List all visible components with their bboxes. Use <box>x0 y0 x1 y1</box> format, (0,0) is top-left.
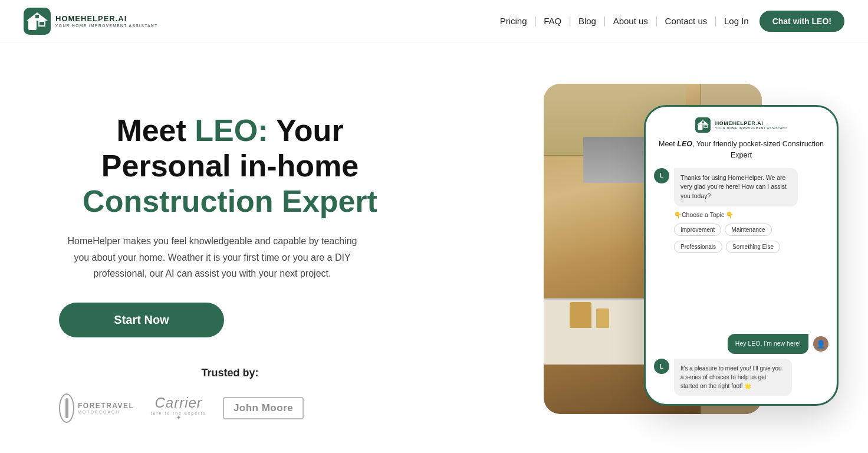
logo[interactable]: HOMEHELPER.AI YOUR HOME IMPROVEMENT ASSI… <box>24 8 158 35</box>
foretravel-logo: FORETRAVEL MOTORCOACH <box>59 393 134 423</box>
nav-blog[interactable]: Blog <box>574 14 601 28</box>
user-avatar: 👤 <box>813 336 828 352</box>
topics-row-1: Improvement Maintenance <box>674 224 828 236</box>
hero-description: HomeHelper makes you feel knowledgeable … <box>59 233 366 281</box>
nav-contact[interactable]: Contact us <box>660 14 712 28</box>
phone-frame: HOMEHELPER.AI YOUR HOME IMPROVEMENT ASSI… <box>644 105 839 406</box>
chat-area: L Thanks for using HomeHelper. We are ve… <box>654 168 828 396</box>
svg-rect-5 <box>40 22 44 25</box>
nav-sep-3: | <box>603 15 606 27</box>
svg-rect-1 <box>28 21 37 30</box>
topic-something-else[interactable]: Something Else <box>726 241 780 253</box>
hero-left: Meet LEO: Your Personal in-home Construc… <box>59 84 401 423</box>
user-message: Hey LEO, I'm new here! 👤 <box>654 334 828 354</box>
start-now-button[interactable]: Start Now <box>59 303 224 337</box>
nav-links: Pricing | FAQ | Blog | About us | Contac… <box>495 11 844 32</box>
phone-logo-text-block: HOMEHELPER.AI YOUR HOME IMPROVEMENT ASSI… <box>715 120 788 130</box>
hero-title: Meet LEO: Your Personal in-home Construc… <box>59 113 401 219</box>
nav-sep-1: | <box>534 15 537 27</box>
foretravel-text: FORETRAVEL MOTORCOACH <box>78 402 134 414</box>
johnmoore-logo: John Moore <box>223 397 304 419</box>
topic-header: 👇Choose a Topic 👇 <box>674 211 828 219</box>
bot-avatar-1: L <box>654 168 669 183</box>
nav-faq[interactable]: FAQ <box>539 14 566 28</box>
nav-sep-5: | <box>714 15 717 27</box>
phone-headline-leo: LEO <box>677 140 692 148</box>
nav-sep-2: | <box>568 15 571 27</box>
bot-message-1: L Thanks for using HomeHelper. We are ve… <box>654 168 828 206</box>
phone-headline: Meet LEO, Your friendly pocket-sized Con… <box>654 139 828 161</box>
bot-bubble-1: Thanks for using HomeHelper. We are very… <box>674 168 798 206</box>
svg-rect-6 <box>695 117 711 133</box>
bot-bubble-2: It's a pleasure to meet you! I'll give y… <box>674 359 792 396</box>
svg-rect-7 <box>698 124 702 130</box>
phone-logo-icon <box>695 117 711 133</box>
hero-title-accent: Construction Expert <box>83 184 377 218</box>
svg-rect-9 <box>702 122 703 123</box>
navbar: HOMEHELPER.AI YOUR HOME IMPROVEMENT ASSI… <box>0 0 868 42</box>
trusted-label: Trusted by: <box>59 367 401 379</box>
svg-rect-3 <box>35 15 39 18</box>
johnmoore-text: John Moore <box>234 402 293 413</box>
logo-tagline: YOUR HOME IMPROVEMENT ASSISTANT <box>55 24 158 28</box>
logo-name: HOMEHELPER.AI <box>55 14 158 24</box>
nav-login[interactable]: Log In <box>719 14 754 28</box>
hero-right: HOMEHELPER.AI YOUR HOME IMPROVEMENT ASSI… <box>532 84 839 426</box>
trusted-logos: FORETRAVEL MOTORCOACH Carrier turn to th… <box>59 393 401 423</box>
foretravel-emblem <box>59 393 74 423</box>
phone-headline-post: , Your friendly pocket-sized Constructio… <box>692 140 824 159</box>
svg-rect-0 <box>24 8 51 35</box>
user-bubble: Hey LEO, I'm new here! <box>728 334 808 354</box>
nav-chat-cta[interactable]: Chat with LEO! <box>760 11 844 32</box>
topic-maintenance[interactable]: Maintenance <box>725 224 771 236</box>
svg-rect-11 <box>704 126 707 127</box>
main-content: Meet LEO: Your Personal in-home Construc… <box>0 42 868 453</box>
phone-logo-sub: YOUR HOME IMPROVEMENT ASSISTANT <box>715 126 788 130</box>
phone-headline-pre: Meet <box>659 140 677 148</box>
hero-title-prefix: Meet <box>116 113 195 147</box>
topics-row-2: Professionals Something Else <box>674 241 828 253</box>
phone-logo-name: HOMEHELPER.AI <box>715 120 788 127</box>
phone-content: HOMEHELPER.AI YOUR HOME IMPROVEMENT ASSI… <box>646 107 837 404</box>
topic-professionals[interactable]: Professionals <box>674 241 722 253</box>
logo-icon <box>24 8 51 35</box>
bot-avatar-2: L <box>654 359 669 374</box>
logo-text-block: HOMEHELPER.AI YOUR HOME IMPROVEMENT ASSI… <box>55 14 158 28</box>
bot-response: L It's a pleasure to meet you! I'll give… <box>654 359 828 396</box>
carrier-logo: Carrier turn to the experts ✦ <box>150 395 206 422</box>
nav-about[interactable]: About us <box>609 14 653 28</box>
topic-improvement[interactable]: Improvement <box>674 224 721 236</box>
nav-sep-4: | <box>655 15 658 27</box>
hero-title-leo: LEO: <box>195 113 268 147</box>
nav-pricing[interactable]: Pricing <box>495 14 532 28</box>
phone-logo: HOMEHELPER.AI YOUR HOME IMPROVEMENT ASSI… <box>654 117 828 133</box>
